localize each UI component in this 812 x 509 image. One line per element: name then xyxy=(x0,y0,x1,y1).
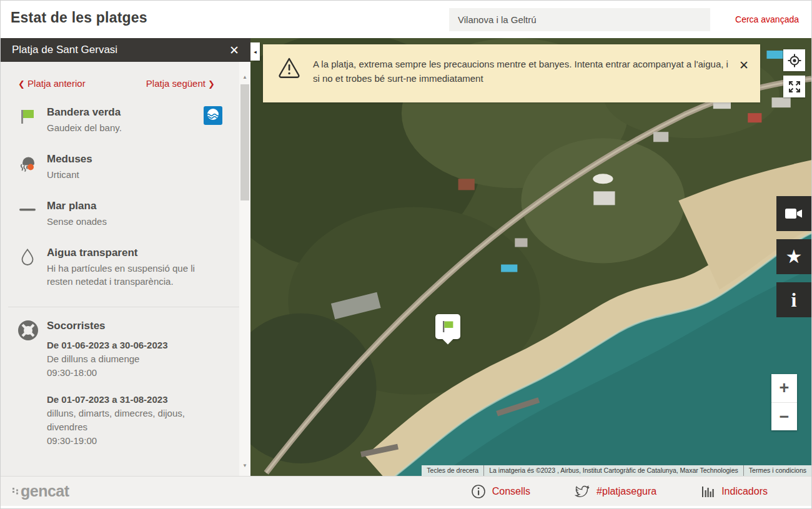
next-beach-link[interactable]: Platja següent ❯ xyxy=(146,78,215,89)
page-title: Estat de les platges xyxy=(11,9,147,26)
map-zoom-control: + − xyxy=(771,374,797,430)
status-title: Meduses xyxy=(47,153,222,166)
status-item-jellyfish: Meduses Urticant xyxy=(18,153,222,181)
section-divider xyxy=(8,307,243,307)
panel-header: Platja de Sant Gervasi ✕ xyxy=(1,38,250,62)
map-attribution: Tecles de drecera La imatgeria és ©2023 … xyxy=(422,465,811,476)
status-item-sea-state: Mar plana Sense onades xyxy=(18,200,222,228)
warning-triangle-icon xyxy=(278,57,300,81)
panel-body: ❮ Platja anterior Platja següent ❯ Bande… xyxy=(1,62,250,476)
lifebuoy-icon xyxy=(18,320,38,447)
beach-detail-panel: Platja de Sant Gervasi ✕ ❮ Platja anteri… xyxy=(1,38,250,476)
blue-flag-award-icon xyxy=(204,106,222,134)
advanced-search-link[interactable]: Cerca avançada xyxy=(735,14,799,24)
municipality-search-input[interactable] xyxy=(449,8,710,31)
video-camera-icon xyxy=(785,207,803,220)
satellite-imagery xyxy=(250,38,811,476)
warning-close-icon[interactable]: ✕ xyxy=(739,57,749,72)
top-header: Estat de les platges Cerca avançada xyxy=(1,1,811,38)
terms-link[interactable]: Termes i condicions xyxy=(743,465,811,476)
lifeguard-schedule: De 01-06-2023 a 30-06-2023 De dilluns a … xyxy=(47,339,222,379)
gencat-mark-icon xyxy=(12,483,21,500)
zoom-in-button[interactable]: + xyxy=(771,374,797,402)
panel-scrollbar[interactable]: ▲ ▼ xyxy=(239,62,250,476)
keyboard-shortcuts-link[interactable]: Tecles de drecera xyxy=(422,465,483,476)
info-icon: i xyxy=(791,290,797,310)
scroll-up-icon[interactable]: ▲ xyxy=(239,74,250,80)
previous-beach-link[interactable]: ❮ Platja anterior xyxy=(18,78,86,89)
calm-sea-dash-icon xyxy=(18,200,38,228)
schedule-hours: 09:30-18:00 xyxy=(47,366,222,380)
beach-name: Platja de Sant Gervasi xyxy=(12,44,117,56)
schedule-period: De 01-07-2023 a 31-08-2023 xyxy=(47,393,222,407)
status-description: Gaudeix del bany. xyxy=(47,121,199,134)
satellite-map[interactable]: ◂ A la platja, extrema sempre les precau… xyxy=(250,38,811,476)
zoom-out-button[interactable]: − xyxy=(771,402,797,430)
collapse-left-icon: ◂ xyxy=(254,49,257,55)
chevron-left-icon: ❮ xyxy=(18,79,25,89)
status-title: Aigua transparent xyxy=(47,247,222,259)
status-title: Bandera verda xyxy=(47,106,199,119)
platjasegura-twitter-link[interactable]: #platjasegura xyxy=(574,484,656,499)
scroll-down-icon[interactable]: ▼ xyxy=(239,463,250,468)
imagery-credit: La imatgeria és ©2023 , Airbus, Institut… xyxy=(483,465,743,476)
panel-collapse-tab[interactable]: ◂ xyxy=(250,42,260,61)
status-item-flag: Bandera verda Gaudeix del bany. xyxy=(18,106,222,134)
indicadors-link[interactable]: Indicadors xyxy=(700,484,768,499)
green-flag-icon xyxy=(440,319,455,334)
fullscreen-button[interactable] xyxy=(783,76,805,97)
status-item-lifeguards: Socorristes De 01-06-2023 a 30-06-2023 D… xyxy=(18,320,222,447)
warning-message: A la platja, extrema sempre les precauci… xyxy=(313,57,733,86)
status-description: Hi ha partícules en suspensió que li res… xyxy=(47,262,222,288)
status-description: Sense onades xyxy=(47,215,222,228)
schedule-period: De 01-06-2023 a 30-06-2023 xyxy=(47,339,222,352)
status-description: Urticant xyxy=(47,168,222,181)
favorites-button[interactable]: ★ xyxy=(776,239,811,274)
lifeguard-schedule: De 01-07-2023 a 31-08-2023 dilluns, dima… xyxy=(47,393,222,447)
footer-bar: gencat Consells #platjasegura xyxy=(1,476,811,506)
consells-link[interactable]: Consells xyxy=(471,484,530,499)
beach-flag-marker[interactable] xyxy=(435,314,460,339)
footer-links: Consells #platjasegura xyxy=(471,484,768,499)
bar-chart-icon xyxy=(700,484,715,499)
panel-close-icon[interactable]: ✕ xyxy=(229,44,239,56)
webcam-button[interactable] xyxy=(776,196,811,231)
info-circle-icon xyxy=(471,484,486,499)
main-area: Platja de Sant Gervasi ✕ ❮ Platja anteri… xyxy=(1,38,811,476)
schedule-hours: 09:30-19:00 xyxy=(47,434,222,448)
beach-navigation: ❮ Platja anterior Platja següent ❯ xyxy=(18,78,222,89)
scrollbar-thumb[interactable] xyxy=(240,84,249,200)
info-button[interactable]: i xyxy=(776,282,811,317)
chevron-right-icon: ❯ xyxy=(208,79,215,89)
green-flag-icon xyxy=(18,106,38,134)
status-item-water-quality: Aigua transparent Hi ha partícules en su… xyxy=(18,247,222,288)
fullscreen-icon xyxy=(788,80,801,94)
map-tools: ★ i xyxy=(776,196,811,325)
geolocate-button[interactable] xyxy=(783,49,805,71)
twitter-icon xyxy=(574,484,590,499)
schedule-days: De dilluns a diumenge xyxy=(47,352,222,366)
status-title: Mar plana xyxy=(47,200,222,212)
gencat-logo[interactable]: gencat xyxy=(12,483,69,500)
gencat-logo-text: gencat xyxy=(21,483,69,499)
geolocate-icon xyxy=(787,53,802,68)
star-icon: ★ xyxy=(786,247,803,266)
status-title: Socorristes xyxy=(47,320,222,332)
water-drop-icon xyxy=(18,247,38,288)
schedule-days: dilluns, dimarts, dimecres, dijous, dive… xyxy=(47,407,222,434)
app-window: Estat de les platges Cerca avançada Plat… xyxy=(0,0,812,509)
jellyfish-icon xyxy=(18,153,38,181)
safety-warning-banner: A la platja, extrema sempre les precauci… xyxy=(263,44,760,102)
